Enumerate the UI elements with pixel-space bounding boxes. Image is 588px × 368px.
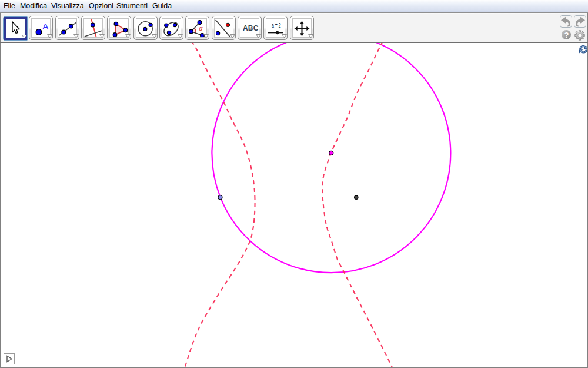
svg-text:A: A xyxy=(42,21,48,31)
svg-text:α: α xyxy=(199,25,203,32)
svg-text:a = 2: a = 2 xyxy=(272,22,281,29)
svg-text:ABC: ABC xyxy=(243,24,259,32)
svg-text:?: ? xyxy=(564,31,569,39)
